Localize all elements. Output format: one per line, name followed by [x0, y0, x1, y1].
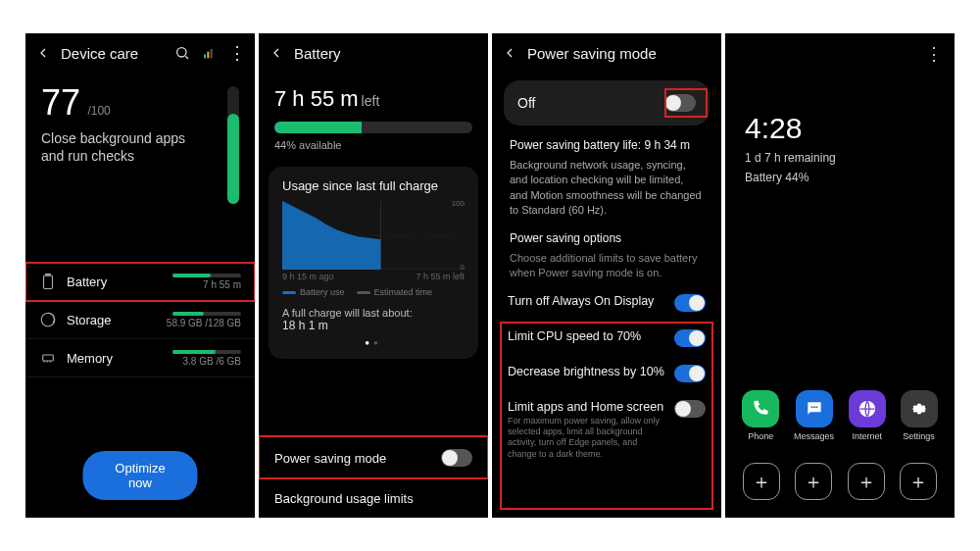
msg-icon — [796, 390, 833, 427]
header: Battery — [259, 33, 488, 73]
score-value: 77 — [41, 82, 80, 123]
option-toggle[interactable] — [674, 365, 706, 382]
option-row[interactable]: Decrease brightness by 10% — [492, 356, 721, 391]
app-label: Internet — [853, 431, 883, 441]
back-icon[interactable] — [500, 43, 519, 63]
more-icon[interactable]: ⋮ — [227, 43, 247, 63]
usage-card[interactable]: Usage since last full charge 100 0 9 h 1… — [269, 167, 478, 359]
page-title: Power saving mode — [527, 45, 713, 62]
axis-min: 0 — [461, 263, 465, 272]
options-title: Power saving options — [492, 225, 721, 251]
memory-icon — [39, 349, 57, 367]
score-subtitle: Close background apps and run checks — [41, 129, 208, 165]
option-label: Limit CPU speed to 70% — [508, 329, 666, 343]
axis-right: 7 h 55 m left — [416, 272, 465, 281]
signal-icon[interactable] — [200, 43, 220, 63]
item-value: 7 h 55 m — [203, 279, 241, 290]
item-bar — [172, 312, 241, 316]
options-sub: Choose additional limits to save battery… — [492, 251, 721, 285]
option-toggle[interactable] — [674, 329, 706, 347]
item-value: 3.8 GB /6 GB — [183, 356, 241, 367]
app-settings[interactable]: Settings — [901, 390, 938, 441]
app-dock: PhoneMessagesInternetSettings — [725, 390, 955, 441]
svg-point-0 — [177, 48, 186, 57]
back-icon[interactable] — [267, 43, 286, 63]
master-toggle[interactable] — [664, 94, 696, 112]
score-of: /100 — [87, 104, 110, 118]
optimize-button[interactable]: Optimize now — [83, 451, 198, 500]
app-label: Phone — [748, 431, 773, 441]
score-bar — [227, 86, 239, 204]
phone-icon — [742, 390, 779, 427]
option-row[interactable]: Turn off Always On Display — [492, 285, 721, 321]
battery-bar — [274, 122, 472, 133]
option-row[interactable]: Limit apps and Home screenFor maximum po… — [492, 391, 721, 469]
battery-percent: 44% available — [274, 139, 472, 151]
app-label: Settings — [903, 431, 935, 441]
header: Power saving mode — [492, 33, 721, 73]
item-bar — [172, 350, 241, 354]
row-background-limits[interactable]: Background usage limits — [259, 478, 488, 518]
option-label: Limit apps and Home screen — [508, 400, 666, 414]
screen-device-care: Device care ⋮ 77 /100 Close background a… — [25, 33, 255, 518]
battery-life-info: Power saving battery life: 9 h 34 m Back… — [492, 133, 721, 225]
item-storage[interactable]: Storage 58.9 GB /128 GB — [25, 301, 255, 339]
add-slot[interactable]: ＋ — [848, 463, 885, 500]
battery-status: Battery 44% — [745, 171, 935, 184]
search-icon[interactable] — [172, 43, 192, 63]
app-internet[interactable]: Internet — [849, 390, 886, 441]
header: Device care ⋮ — [25, 33, 255, 73]
option-label: Turn off Always On Display — [508, 294, 666, 308]
globe-icon — [849, 390, 886, 427]
screen-home: ⋮ 4:28 1 d 7 h remaining Battery 44% Pho… — [725, 33, 955, 518]
resource-list: Battery 7 h 55 m Storage 58.9 GB /128 GB — [25, 263, 255, 377]
svg-rect-3 — [211, 49, 213, 58]
row-power-saving[interactable]: Power saving mode — [259, 436, 488, 478]
svg-rect-7 — [43, 355, 54, 361]
item-value: 58.9 GB /128 GB — [167, 318, 241, 328]
card-title: Usage since last full charge — [282, 178, 465, 193]
page-title: Device care — [61, 45, 165, 62]
battery-icon — [39, 273, 57, 290]
status-card[interactable]: Off — [504, 80, 710, 125]
app-phone[interactable]: Phone — [742, 390, 779, 441]
svg-rect-5 — [46, 275, 51, 276]
app-messages[interactable]: Messages — [794, 390, 834, 441]
option-row[interactable]: Limit CPU speed to 70% — [492, 321, 721, 356]
score-section: 77 /100 Close background apps and run ch… — [25, 73, 255, 204]
time-left: 7 h 55 mleft — [274, 86, 472, 112]
more-icon[interactable]: ⋮ — [925, 43, 943, 65]
svg-point-15 — [815, 406, 817, 408]
screen-power-saving: Power saving mode Off Power saving batte… — [492, 33, 721, 518]
svg-point-13 — [810, 406, 812, 408]
usage-chart: 100 0 — [282, 201, 465, 270]
svg-rect-2 — [207, 52, 209, 59]
power-saving-toggle[interactable] — [441, 449, 472, 467]
status-text: Off — [517, 95, 664, 111]
empty-slots: ＋ ＋ ＋ ＋ — [725, 463, 955, 500]
full-charge-info: A full charge will last about: 18 h 1 m — [282, 307, 465, 332]
row-label: Background usage limits — [274, 491, 472, 506]
svg-point-14 — [813, 406, 815, 408]
add-slot[interactable]: ＋ — [743, 463, 780, 500]
app-label: Messages — [794, 431, 834, 441]
item-memory[interactable]: Memory 3.8 GB /6 GB — [25, 339, 255, 377]
item-battery[interactable]: Battery 7 h 55 m — [25, 263, 255, 301]
axis-left: 9 h 15 m ago — [282, 272, 334, 281]
item-label: Storage — [67, 313, 153, 327]
item-label: Memory — [67, 351, 153, 366]
options-list: Turn off Always On DisplayLimit CPU spee… — [492, 285, 721, 469]
back-icon[interactable] — [33, 43, 53, 63]
remaining: 1 d 7 h remaining — [745, 151, 935, 165]
screen-battery: Battery 7 h 55 mleft 44% available Usage… — [259, 33, 488, 518]
svg-marker-12 — [282, 201, 380, 270]
option-toggle[interactable] — [674, 294, 706, 312]
legend: Battery use Estimated time — [282, 287, 465, 297]
clock-widget: 4:28 1 d 7 h remaining Battery 44% — [725, 33, 955, 184]
add-slot[interactable]: ＋ — [900, 463, 937, 500]
option-sub: For maximum power saving, allow only sel… — [508, 416, 666, 460]
item-bar — [172, 274, 241, 277]
page-dots: ●● — [282, 338, 465, 347]
add-slot[interactable]: ＋ — [795, 463, 832, 500]
option-toggle[interactable] — [674, 400, 706, 418]
